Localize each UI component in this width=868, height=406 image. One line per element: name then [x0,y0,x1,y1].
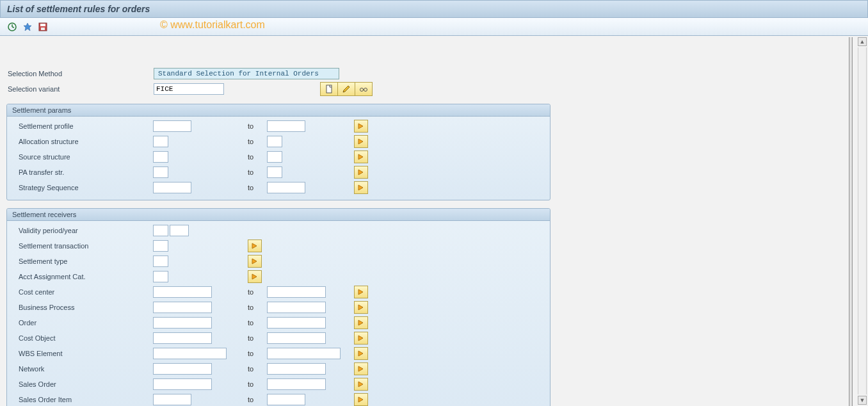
multiple-selection-button[interactable] [248,270,262,283]
from-input[interactable] [153,363,212,375]
svg-marker-20 [358,289,363,295]
watermark-text: © www.tutorialkart.com [160,19,265,31]
from-input[interactable] [153,332,212,344]
selection-variant-label: Selection variant [6,85,154,93]
receiver-range-row: Network to [12,362,545,376]
to-input[interactable] [267,120,305,132]
from-input[interactable] [153,151,168,163]
multiple-selection-button[interactable] [354,362,368,375]
from-input[interactable] [153,120,191,132]
multiple-selection-button[interactable] [354,166,368,179]
arrow-right-icon [357,396,365,403]
from-input[interactable] [153,348,227,359]
to-input[interactable] [267,136,282,147]
multiple-selection-button[interactable] [354,378,368,391]
multiple-selection-button[interactable] [354,286,368,298]
page-title: List of settlement rules for orders [7,4,150,14]
to-input[interactable] [267,394,305,405]
variant-get-icon[interactable] [22,21,33,33]
svg-marker-3 [24,23,31,31]
settlement-params-group: Settlement params Settlement profile to … [6,104,551,200]
from-input[interactable] [153,166,168,178]
multiple-selection-button[interactable] [354,332,368,345]
arrow-right-icon [357,319,365,327]
to-input[interactable] [267,286,326,298]
multiple-selection-button[interactable] [354,301,368,314]
to-input[interactable] [267,363,326,375]
receiver-simple-row: Acct Assignment Cat. [12,270,545,284]
from-input[interactable] [153,317,212,329]
arrow-right-icon [251,273,259,280]
receiver-range-row: Business Process to [12,300,545,314]
arrow-right-icon [357,365,365,373]
svg-marker-12 [358,124,363,129]
to-input[interactable] [267,151,282,163]
to-label: to [248,184,267,191]
receiver-simple-row: Settlement transaction [12,239,545,253]
multiple-selection-button[interactable] [354,120,368,133]
to-input[interactable] [267,317,326,329]
svg-line-2 [12,27,14,28]
svg-marker-27 [358,397,363,402]
to-label: to [248,122,267,130]
from-input[interactable] [153,136,168,147]
svg-marker-23 [358,336,363,341]
content-area: Selection Method Standard Selection for … [0,36,868,406]
execute-icon[interactable] [6,21,18,33]
arrow-right-icon [357,184,365,191]
field-label: Validity period/year [12,227,153,234]
validity-period-input[interactable] [153,225,168,236]
field-label: Source structure [12,153,153,161]
field-label: PA transfer str. [12,168,153,176]
multiple-selection-button[interactable] [354,150,368,163]
to-input[interactable] [267,378,326,390]
multiple-selection-button[interactable] [354,347,368,360]
from-input[interactable] [153,302,212,313]
document-icon [325,85,334,93]
from-input[interactable] [153,394,191,405]
multiple-selection-button[interactable] [248,240,262,252]
variant-create-button[interactable] [320,82,338,96]
multiple-selection-button[interactable] [354,316,368,329]
receiver-range-row: Cost center to [12,285,545,299]
to-label: to [248,288,267,296]
svg-point-10 [364,88,367,92]
from-input[interactable] [153,286,212,298]
receiver-range-row: Sales Order to [12,377,545,391]
multiple-selection-button[interactable] [354,393,368,406]
settlement-receivers-header: Settlement receivers [7,209,550,221]
multiple-selection-button[interactable] [248,255,262,268]
validity-year-input[interactable] [170,225,189,236]
to-input[interactable] [267,348,341,359]
value-input[interactable] [153,271,168,282]
value-input[interactable] [153,240,168,252]
receiver-simple-row: Settlement type [12,254,545,268]
field-label: Network [12,365,153,373]
svg-marker-19 [252,274,257,279]
param-row: Allocation structure to [12,134,545,149]
to-input[interactable] [267,332,326,344]
to-input[interactable] [267,166,282,178]
svg-marker-21 [358,305,363,310]
field-label: Cost center [12,288,153,296]
variant-change-button[interactable] [337,82,355,96]
svg-marker-8 [343,86,350,92]
multiple-selection-button[interactable] [354,181,368,194]
field-label: Settlement type [12,257,153,265]
selection-variant-input[interactable] [154,83,224,95]
value-input[interactable] [153,256,168,267]
multiple-selection-button[interactable] [354,135,368,148]
to-input[interactable] [267,182,305,193]
receiver-range-row: Order to [12,316,545,330]
variant-display-button[interactable] [355,82,373,96]
to-label: to [248,334,267,342]
save-icon[interactable] [37,21,49,33]
from-input[interactable] [153,182,191,193]
to-label: to [248,319,267,327]
from-input[interactable] [153,378,212,390]
to-label: to [248,380,267,388]
glasses-icon [359,85,368,93]
svg-point-9 [360,88,364,92]
to-input[interactable] [267,302,326,313]
field-label: Strategy Sequence [12,184,153,191]
